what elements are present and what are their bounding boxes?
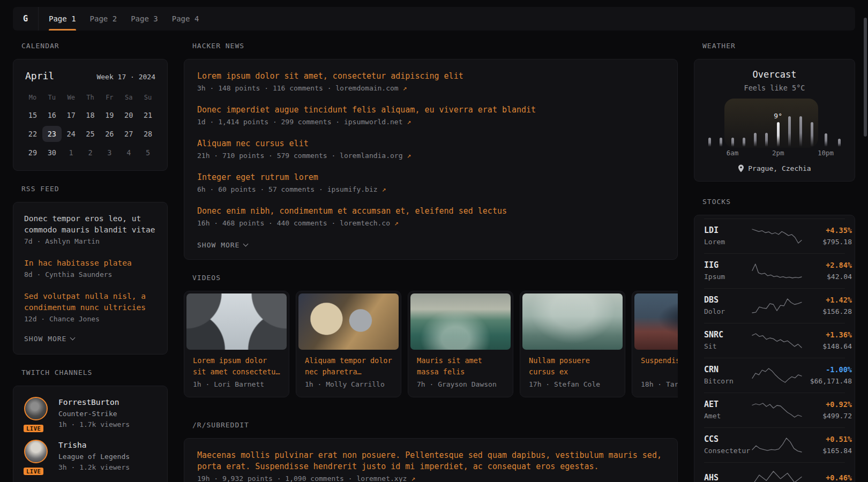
video-card-body: Suspendisse diam 18h · Tara (634, 350, 678, 395)
twitch-channel-name[interactable]: ForrestBurton (58, 397, 130, 408)
stock-symbol[interactable]: SNRC (704, 329, 751, 340)
video-thumbnail[interactable] (186, 293, 287, 350)
nav-tab[interactable]: Page 1 (42, 7, 83, 31)
external-link-icon[interactable]: ↗ (407, 152, 411, 160)
app-logo[interactable]: G (13, 7, 39, 31)
weather-hour-cell (834, 101, 845, 157)
rss-show-more-button[interactable]: SHOW MORE (24, 335, 74, 343)
nav-tabs: Page 1 Page 2 Page 3 Page 4 (42, 7, 206, 31)
weather-hour-cell (761, 101, 772, 157)
twitch-channel-game[interactable]: Counter-Strike (58, 409, 130, 419)
rss-item-title[interactable]: Sed volutpat nulla nisl, a condimentum n… (24, 291, 156, 313)
video-card-body: Aliquam tempor dolor nec pharetra… 1h · … (298, 350, 399, 395)
video-title[interactable]: Aliquam tempor dolor nec pharetra… (305, 355, 392, 378)
stock-row[interactable]: SNRC Sit +1.36% $148.64 (704, 323, 845, 358)
twitch-channel-row[interactable]: LIVE Trisha League of Legends 3h · 1.2k … (24, 440, 156, 473)
stock-row[interactable]: DBS Dolor +1.42% $156.28 (704, 288, 845, 323)
calendar-month: April (25, 70, 54, 81)
stock-identity: DBS Dolor (704, 295, 751, 317)
calendar-day-cell: 18 (81, 107, 100, 123)
stock-price: $795.18 (803, 237, 852, 247)
video-card[interactable]: Mauris sit amet massa felis 7h · Grayson… (408, 291, 513, 397)
stock-sparkline (751, 401, 803, 420)
twitch-avatar-wrap: LIVE (24, 397, 50, 430)
scrollbar-thumb[interactable] (864, 18, 867, 137)
video-title[interactable]: Lorem ipsum dolor sit amet consectetu… (193, 355, 280, 378)
stock-row[interactable]: CRN Bitcorn -1.00% $66,171.48 (704, 358, 845, 393)
stock-row[interactable]: IIG Ipsum +2.84% $42.04 (704, 253, 845, 288)
stock-row[interactable]: CCS Consectetur +0.51% $165.84 (704, 427, 845, 462)
stock-values: +0.51% $165.84 (803, 434, 852, 456)
external-link-icon[interactable]: ↗ (407, 118, 411, 126)
video-card[interactable]: Lorem ipsum dolor sit amet consectetu… 1… (184, 291, 289, 397)
stock-row[interactable]: LDI Lorem +4.35% $795.18 (704, 219, 845, 253)
weather-bar (811, 122, 813, 147)
hn-show-more-button[interactable]: SHOW MORE (197, 241, 248, 249)
video-title[interactable]: Mauris sit amet massa felis (417, 355, 504, 378)
stock-symbol[interactable]: IIG (704, 260, 751, 270)
video-card[interactable]: Suspendisse diam 18h · Tara (632, 291, 678, 397)
video-card[interactable]: Nullam posuere cursus ex 17h · Stefan Co… (520, 291, 625, 397)
external-link-icon[interactable]: ↗ (411, 475, 415, 482)
stock-identity: IIG Ipsum (704, 260, 751, 282)
avatar[interactable] (24, 397, 48, 420)
avatar[interactable] (24, 440, 48, 463)
video-thumbnail[interactable] (410, 293, 511, 350)
calendar-day-headers: Mo Tu We Th Fr Sa Su (23, 91, 158, 104)
stock-symbol[interactable]: CRN (704, 364, 751, 375)
video-card[interactable]: Aliquam tempor dolor nec pharetra… 1h · … (296, 291, 401, 397)
page-scrollbar[interactable] (863, 0, 867, 482)
external-link-icon[interactable]: ↗ (394, 219, 399, 227)
rss-item-title[interactable]: In hac habitasse platea (24, 258, 156, 269)
video-thumbnail[interactable] (522, 293, 623, 350)
video-thumbnail[interactable] (298, 293, 399, 350)
stock-values: +0.46% (803, 472, 852, 482)
calendar-day-cell: 24 (62, 126, 81, 142)
stock-change-percent: +1.42% (803, 295, 852, 305)
hn-item-title[interactable]: Lorem ipsum dolor sit amet, consectetur … (197, 71, 664, 82)
stock-symbol[interactable]: AHS (704, 472, 751, 482)
hn-item-title[interactable]: Donec imperdiet augue tincidunt felis al… (197, 104, 664, 116)
external-link-icon[interactable]: ↗ (381, 185, 386, 193)
calendar-day-cell: 25 (81, 126, 100, 142)
video-thumbnail[interactable] (634, 293, 678, 350)
hn-item-meta-text: 1d · 1,414 points · 299 comments · ipsum… (197, 118, 403, 126)
rss-item-title[interactable]: Donec tempor eros leo, ut commodo mauris… (24, 213, 156, 236)
left-column: CALENDAR April Week 17 · 2024 Mo Tu We T… (13, 42, 168, 482)
stock-symbol[interactable]: AET (704, 399, 751, 410)
video-card-body: Nullam posuere cursus ex 17h · Stefan Co… (522, 350, 623, 395)
weather-bar (765, 133, 768, 147)
stock-symbol[interactable]: CCS (704, 434, 751, 445)
stock-row[interactable]: AET Amet +0.92% $499.72 (704, 393, 845, 427)
video-title[interactable]: Nullam posuere cursus ex (529, 355, 616, 378)
twitch-channel-name[interactable]: Trisha (58, 440, 130, 450)
hn-item-title[interactable]: Donec enim nibh, condimentum et accumsan… (197, 206, 664, 217)
twitch-channel-row[interactable]: LIVE ForrestBurton Counter-Strike 1h · 1… (24, 397, 156, 430)
weather-hour-cell: 6am (727, 101, 739, 157)
calendar-dow-label: Mo (23, 91, 42, 104)
twitch-channel-info: Trisha League of Legends 3h · 1.2k viewe… (58, 440, 130, 473)
videos-section-label: VIDEOS (192, 274, 678, 282)
nav-tab[interactable]: Page 2 (83, 7, 124, 31)
rss-item: Sed volutpat nulla nisl, a condimentum n… (24, 291, 156, 325)
hn-item-title[interactable]: Integer eget rutrum lorem (197, 172, 664, 183)
twitch-widget: TWITCH CHANNELS LIVE ForrestBurton Count… (13, 368, 168, 482)
video-meta: 17h · Stefan Cole (529, 380, 616, 388)
external-link-icon[interactable]: ↗ (403, 84, 407, 92)
stock-symbol[interactable]: DBS (704, 295, 751, 305)
stock-company-name: Bitcorn (704, 376, 751, 386)
nav-tab[interactable]: Page 3 (124, 7, 165, 31)
stocks-widget: STOCKS LDI Lorem +4.35% $795.18 (694, 198, 855, 482)
stock-symbol[interactable]: LDI (704, 225, 751, 236)
nav-tab[interactable]: Page 4 (165, 7, 206, 31)
video-meta: 1h · Molly Carrillo (305, 380, 392, 388)
hn-item-title[interactable]: Aliquam nec cursus elit (197, 138, 664, 149)
video-title[interactable]: Suspendisse diam (641, 355, 678, 378)
weather-bar (731, 138, 734, 147)
weather-bar (788, 116, 791, 147)
weather-bar (708, 138, 711, 147)
stock-sparkline (751, 469, 803, 482)
reddit-item-title[interactable]: Maecenas mollis pulvinar erat non posuer… (197, 450, 664, 472)
twitch-channel-game[interactable]: League of Legends (58, 451, 130, 462)
stock-row[interactable]: AHS +0.46% (704, 462, 845, 482)
